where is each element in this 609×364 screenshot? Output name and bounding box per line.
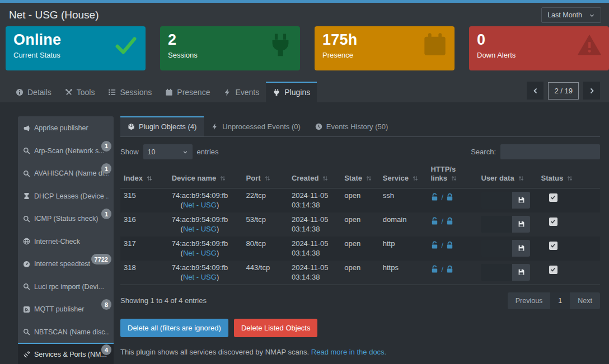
pager-next-button[interactable] xyxy=(583,82,600,100)
column-header-device-name[interactable]: Device name xyxy=(168,162,243,188)
user-data-cell xyxy=(477,237,537,261)
index-value: 318 xyxy=(124,263,136,272)
plugin-tab-unprocessed-events-0[interactable]: Unprocessed Events (0) xyxy=(204,116,307,136)
page-header: Net - USG (House) Last Month xyxy=(0,3,609,25)
unlock-icon[interactable] xyxy=(430,241,439,249)
sidebar-item-apprise-publisher[interactable]: Apprise publisher xyxy=(18,116,114,139)
column-header-port[interactable]: Port xyxy=(243,162,288,188)
search-input[interactable] xyxy=(500,144,600,159)
status-checkbox[interactable] xyxy=(549,266,558,274)
sidebar-item-label: AVAHISCAN (Name di... xyxy=(34,169,109,177)
save-button[interactable] xyxy=(512,240,530,257)
paren-close: ) xyxy=(217,225,219,233)
column-header-state[interactable]: State xyxy=(341,162,380,188)
plug-icon xyxy=(273,88,280,96)
save-button[interactable] xyxy=(512,192,530,209)
sidebar-item-arp-scan-network-s[interactable]: Arp-Scan (Network s...1 xyxy=(18,139,114,162)
column-header-created[interactable]: Created xyxy=(288,162,341,188)
status-checkbox[interactable] xyxy=(549,218,558,226)
tab-tools[interactable]: Tools xyxy=(58,82,102,102)
status-checkbox[interactable] xyxy=(549,193,558,202)
chevron-down-icon xyxy=(182,149,188,155)
column-header-label: Port xyxy=(246,174,261,182)
device-link[interactable]: Net - USG xyxy=(183,225,217,233)
column-header-http-s-links[interactable]: HTTP/s links xyxy=(427,162,477,188)
sidebar-item-avahiscan-name-di[interactable]: AVAHISCAN (Name di...1 xyxy=(18,162,114,185)
column-header-index[interactable]: Index xyxy=(120,162,168,188)
sort-icon[interactable] xyxy=(566,175,573,184)
state-cell: open xyxy=(341,212,380,237)
sort-icon[interactable] xyxy=(219,175,226,184)
lock-icon[interactable] xyxy=(446,265,454,273)
pagination-previous[interactable]: Previous xyxy=(508,292,551,309)
port-value: 80/tcp xyxy=(246,239,266,248)
sidebar-item-luci-rpc-import-devi[interactable]: Luci rpc import (Devi... xyxy=(18,275,114,298)
sort-icon[interactable] xyxy=(264,175,271,184)
lock-icon[interactable] xyxy=(446,241,454,249)
sidebar-item-internet-speedtest[interactable]: Internet speedtest7722 xyxy=(18,252,114,275)
sidebar-item-nbtscan-name-disc[interactable]: NBTSCAN (Name disc... xyxy=(18,320,114,343)
tab-presence[interactable]: Presence xyxy=(158,82,217,102)
user-data-input[interactable] xyxy=(481,264,512,281)
sort-icon[interactable] xyxy=(412,175,419,184)
show-label: Show xyxy=(120,148,139,156)
sort-icon[interactable] xyxy=(518,175,524,184)
http-links-cell: / xyxy=(427,212,477,237)
tab-events[interactable]: Events xyxy=(217,82,266,102)
search-control: Search: xyxy=(471,144,600,159)
user-data-group xyxy=(481,240,530,257)
pagination-page-1[interactable]: 1 xyxy=(550,292,570,309)
unlock-icon[interactable] xyxy=(430,265,439,273)
plugin-tab-plugin-objects-4[interactable]: Plugin Objects (4) xyxy=(120,116,204,136)
unlock-icon[interactable] xyxy=(430,193,439,201)
sidebar-item-mqtt-publisher[interactable]: MQTT publisher8 xyxy=(18,297,114,320)
state-value: open xyxy=(344,239,360,248)
user-data-input[interactable] xyxy=(481,216,512,233)
plugin-tab-events-history-50[interactable]: Events History (50) xyxy=(308,116,396,136)
unlock-icon[interactable] xyxy=(430,217,439,225)
save-button[interactable] xyxy=(512,216,530,233)
sidebar-item-dhcp-leases-device[interactable]: DHCP Leases (Device ... xyxy=(18,185,114,207)
column-header-label: State xyxy=(344,174,362,182)
sidebar-item-internet-check[interactable]: Internet-Check xyxy=(18,230,114,253)
save-button[interactable] xyxy=(512,264,530,281)
column-header-service[interactable]: Service xyxy=(380,162,428,188)
links-separator: / xyxy=(441,264,443,275)
column-header-status[interactable]: Status xyxy=(538,162,600,188)
created-time: 03:14:38 xyxy=(292,272,338,282)
sidebar-item-icmp-status-check[interactable]: ICMP (Status check)1 xyxy=(18,207,114,230)
tab-label: Plugins xyxy=(284,88,310,97)
device-link[interactable]: Net - USG xyxy=(183,249,217,257)
sidebar-item-services-ports-nm[interactable]: Services & Ports (NM...4 xyxy=(18,343,114,364)
paren-close: ) xyxy=(217,249,219,257)
status-checkbox[interactable] xyxy=(549,242,558,250)
sort-icon[interactable] xyxy=(451,175,457,184)
created-time: 03:14:38 xyxy=(292,200,338,210)
lock-icon[interactable] xyxy=(446,217,454,225)
port-cell: 443/tcp xyxy=(243,261,288,285)
tab-label: Presence xyxy=(177,88,210,97)
sort-icon[interactable] xyxy=(322,175,329,184)
device-link[interactable]: Net - USG xyxy=(183,201,217,209)
delete-all-button[interactable]: Delete all (filters are ignored) xyxy=(120,319,228,337)
table-row: 31674:ac:b9:54:09:fb(Net - USG)53/tcp202… xyxy=(120,212,600,237)
delete-listed-button[interactable]: Delete Listed Objects xyxy=(234,319,318,337)
period-dropdown[interactable]: Last Month xyxy=(541,7,601,23)
entries-select[interactable]: 10 xyxy=(143,144,193,159)
lock-icon[interactable] xyxy=(446,193,454,201)
user-data-input[interactable] xyxy=(481,192,512,209)
card-label: Current Status xyxy=(13,51,138,59)
pagination-next[interactable]: Next xyxy=(570,292,600,309)
port-cell: 80/tcp xyxy=(243,237,288,261)
tab-sessions[interactable]: Sessions xyxy=(101,82,158,102)
tab-plugins[interactable]: Plugins xyxy=(266,82,317,102)
tab-details[interactable]: Details xyxy=(9,82,58,102)
user-data-input[interactable] xyxy=(481,240,512,257)
column-header-user-data[interactable]: User data xyxy=(477,162,537,188)
docs-link[interactable]: Read more in the docs. xyxy=(311,348,386,356)
device-link[interactable]: Net - USG xyxy=(183,273,217,281)
device-mac: 74:ac:b9:54:09:fb xyxy=(172,263,228,273)
sort-icon[interactable] xyxy=(366,175,372,184)
pager-prev-button[interactable] xyxy=(527,82,544,100)
sort-icon[interactable] xyxy=(146,175,153,184)
